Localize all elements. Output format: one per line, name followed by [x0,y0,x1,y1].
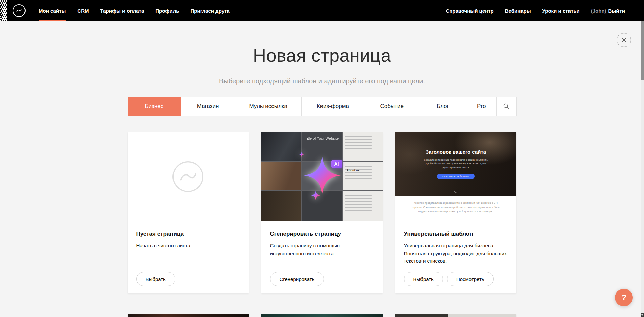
template-body-text: Коротко представьтесь и расскажите о ком… [411,201,501,213]
help-button[interactable]: ? [615,289,633,306]
select-button[interactable]: Выбрать [404,272,443,286]
close-icon [621,37,627,43]
close-button[interactable] [617,33,631,47]
template-card-partial[interactable] [128,314,249,317]
card-title: Сгенерировать страницу [270,231,374,237]
template-cards-row: Пустая страница Начать с чистого листа. … [128,132,517,293]
tilda-logo[interactable] [13,4,26,17]
template-card-universal[interactable]: Заголовок вашего сайта Добавьте интересн… [395,132,516,293]
tilda-watermark-icon [172,161,204,193]
nav-tariffs[interactable]: Тарифы и оплата [94,0,150,21]
collage-tile [343,162,383,190]
page-subtitle: Выберите подходящий шаблон и адаптируйте… [128,78,517,85]
tab-business[interactable]: Бизнес [128,97,181,116]
ai-sparkle-small-icon [311,191,320,200]
card-actions: Сгенерировать [270,272,324,286]
template-hero-title: Заголовок вашего сайта [395,149,516,155]
nav-lessons[interactable]: Уроки и статьи [537,0,585,21]
tab-shop[interactable]: Магазин [181,97,235,116]
collage-tile [302,191,342,221]
card-actions: Выбрать Посмотреть [404,272,494,286]
card-description: Создать страницу с помощью искусственног… [270,242,374,257]
preview-button[interactable]: Посмотреть [447,272,494,286]
nav-profile[interactable]: Профиль [150,0,185,21]
template-hero-subtitle: Добавьте интересные подробности о вашей … [420,158,491,169]
tab-event[interactable]: Событие [364,97,419,116]
new-page-dialog: Новая страница Выберите подходящий шабло… [128,46,517,317]
scroll-down-button[interactable] [641,313,644,317]
page-title: Новая страница [128,46,517,64]
template-hero: Заголовок вашего сайта Добавьте интересн… [395,132,516,196]
tab-pro[interactable]: Pro [466,97,496,116]
nav-help-center[interactable]: Справочный центр [440,0,499,21]
nav-webinars[interactable]: Вебинары [499,0,537,21]
collage-tile [261,162,301,190]
search-icon [503,103,510,110]
ai-sparkle-small-icon [299,152,304,157]
nav-crm[interactable]: CRM [71,0,94,21]
collage-tile [261,191,301,221]
generate-button[interactable]: Сгенерировать [270,272,324,286]
card-title: Универсальный шаблон [404,231,508,237]
card-info: Пустая страница Начать с чистого листа. [128,221,249,250]
chevron-down-icon [454,190,457,193]
template-hero-button: основное действие [437,174,475,179]
template-card-partial[interactable] [395,314,516,317]
template-body: Коротко представьтесь и расскажите о ком… [395,196,516,213]
tab-blog[interactable]: Блог [419,97,466,116]
vertical-scrollbar[interactable] [641,0,644,317]
ai-collage-preview: Title of Your Website About us [261,132,383,221]
user-name: (John) [591,8,606,14]
card-description: Начать с чистого листа. [136,242,240,250]
logout-label: Выйти [608,8,625,14]
zigzag-pattern [0,0,7,21]
card-info: Сгенерировать страницу Создать страницу … [261,221,383,257]
tab-multilink[interactable]: Мультиссылка [235,97,301,116]
collage-tile [343,191,383,221]
card-title: Пустая страница [136,231,240,237]
collage-about-label: About us [347,169,360,172]
select-button[interactable]: Выбрать [136,272,175,286]
nav-logout[interactable]: (John) Выйти [585,0,631,21]
top-navbar: Мои сайты CRM Тарифы и оплата Профиль Пр… [0,0,644,21]
scroll-down-icon [641,314,643,316]
secondary-nav: Справочный центр Вебинары Уроки и статьи… [440,0,631,21]
nav-invite-friend[interactable]: Пригласи друга [185,0,235,21]
tab-search[interactable] [496,97,516,116]
template-card-partial[interactable] [261,314,383,317]
template-card-blank[interactable]: Пустая страница Начать с чистого листа. … [128,132,249,293]
nav-my-sites[interactable]: Мои сайты [33,0,71,21]
ai-badge: AI [331,160,342,168]
template-card-ai-generate[interactable]: Title of Your Website About us [261,132,383,293]
scrollbar-top-cap [641,0,644,21]
card-info: Универсальный шаблон Универсальная стран… [395,221,516,265]
card-actions: Выбрать [136,272,175,286]
template-category-tabs: Бизнес Магазин Мультиссылка Квиз-форма С… [128,97,517,116]
template-cards-row-partial [128,314,517,317]
tilda-tilde-icon [15,7,23,15]
main-nav: Мои сайты CRM Тарифы и оплата Профиль Пр… [33,0,235,21]
collage-site-title: Title of Your Website [261,136,383,140]
scrollbar-thumb[interactable] [641,21,644,80]
card-description: Универсальная страница для бизнеса. Поня… [404,242,508,265]
blank-preview [128,132,249,221]
tab-quiz-form[interactable]: Квиз-форма [301,97,364,116]
universal-template-preview: Заголовок вашего сайта Добавьте интересн… [395,132,516,221]
